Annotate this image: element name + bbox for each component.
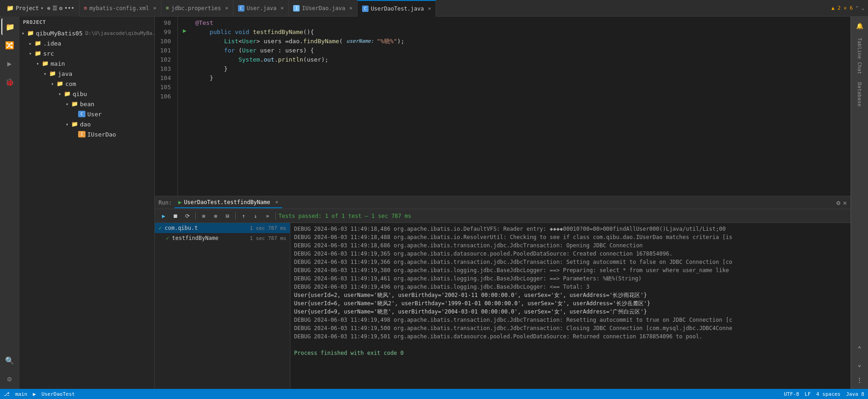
tree-item-src[interactable]: ▾ 📁 src	[19, 48, 154, 58]
tab-userdaotest-java[interactable]: C UserDaoTest.java ✕	[357, 0, 436, 17]
tree-item-dao[interactable]: ▾ 📁 dao	[19, 119, 154, 129]
tab-iuserdao-java[interactable]: I IUserDao.java ✕	[289, 0, 357, 17]
sidebar: Project ▾ 📁 qibuMyBatis05 D:\U\javacode\…	[19, 17, 155, 389]
log-line-8: DEBUG 2024-06-03 11:49:19,496 org.apache…	[294, 283, 847, 291]
close-userdaotest-tab[interactable]: ✕	[428, 6, 431, 11]
code-line-104: }	[192, 74, 851, 83]
tree-item-com[interactable]: ▾ 📁 com	[19, 79, 154, 89]
tree-item-java[interactable]: ▾ 📁 java	[19, 68, 154, 79]
user-java-icon: C	[78, 111, 85, 117]
project-layout[interactable]: ☰	[52, 5, 57, 11]
code-line-105	[192, 83, 851, 92]
run-panel-settings-btn[interactable]: ⚙	[836, 199, 840, 206]
linenum-105: 105	[155, 83, 174, 92]
right-panel-database-label[interactable]: Database	[855, 79, 864, 110]
linenum-101: 101	[155, 46, 174, 55]
activity-settings[interactable]: ⚙	[1, 370, 18, 387]
run-tab-close[interactable]: ✕	[275, 199, 278, 205]
close-jdbc-tab[interactable]: ✕	[225, 5, 228, 11]
gutter-99[interactable]: ▶	[178, 26, 192, 35]
project-settings[interactable]: ⊕	[47, 5, 51, 11]
tree-item-iuserdao[interactable]: ▸ I IUserDao	[19, 129, 154, 139]
gutter-106	[178, 90, 192, 99]
activity-debug[interactable]: 🐞	[1, 74, 18, 90]
run-expand-btn[interactable]: ≡	[199, 211, 209, 221]
root-label: qibuMyBatis05	[36, 30, 83, 37]
code-line-106	[192, 92, 851, 101]
root-arrow: ▾	[19, 31, 27, 36]
tree-item-main[interactable]: ▾ 📁 main	[19, 58, 154, 68]
activity-run[interactable]: ▶	[1, 55, 18, 72]
java-folder-icon: 📁	[49, 70, 56, 77]
activity-search[interactable]: 🔍	[1, 352, 18, 369]
run-console[interactable]: DEBUG 2024-06-03 11:49:18,486 org.apache…	[290, 223, 851, 389]
right-panel-more-btn[interactable]: ⋮	[852, 372, 867, 387]
indent-label[interactable]: 4 spaces	[816, 391, 840, 397]
tab-jdbc-properties[interactable]: ≡ jdbc.properties ✕	[161, 0, 233, 17]
log-line-9: User{userId=2, userName='晓风', userBirthd…	[294, 291, 847, 299]
project-chevron: ▾	[41, 6, 44, 11]
right-panel-notifications[interactable]: 🔔	[852, 18, 867, 33]
tree-item-bean[interactable]: ▾ 📁 bean	[19, 99, 154, 109]
tree-item-qibu[interactable]: ▾ 📁 qibu	[19, 89, 154, 99]
run-rerun-btn[interactable]: ▶	[159, 211, 169, 221]
log-line-2: DEBUG 2024-06-03 11:49:18,488 org.apache…	[294, 233, 847, 241]
tree-item-idea[interactable]: ▸ 📁 .idea	[19, 38, 154, 48]
run-panel-close-btn[interactable]: ✕	[843, 199, 847, 206]
com-arrow: ▾	[49, 81, 56, 86]
run-down-btn[interactable]: ↓	[250, 211, 261, 221]
tree-item-root[interactable]: ▾ 📁 qibuMyBatis05 D:\U\javacode\qibuMyBa…	[19, 28, 154, 38]
linenum-98: 98	[155, 18, 174, 28]
test-check-icon: ✓	[166, 235, 169, 241]
line-endings-label[interactable]: LF	[805, 391, 811, 397]
tree-item-user[interactable]: ▸ C User	[19, 109, 154, 119]
right-panel-expand-btn[interactable]: ⌃	[852, 341, 867, 356]
git-branch-icon: ⎇	[4, 391, 10, 397]
tab-user-java[interactable]: C User.java ✕	[233, 0, 289, 17]
root-path: D:\U\javacode\qibuMyBa...	[85, 30, 154, 36]
run-collapse-btn[interactable]: ≡	[210, 211, 221, 221]
log-line-5: DEBUG 2024-06-03 11:49:19,366 org.apache…	[294, 258, 847, 266]
expand-icon[interactable]: ⌃	[856, 5, 859, 11]
run-test-item[interactable]: ✓ testfindByName 1 sec 787 ms	[155, 233, 290, 243]
close-mybatis-tab[interactable]: ✕	[153, 5, 156, 11]
sidebar-title: Project	[23, 19, 46, 25]
idea-arrow: ▸	[27, 41, 34, 46]
project-gear[interactable]: ⚙	[59, 5, 62, 11]
root-folder-icon: 📁	[27, 29, 34, 37]
code-line-100: List<User> users =dao.findByName( userNa…	[192, 37, 851, 46]
linenum-102: 102	[155, 55, 174, 64]
code-content[interactable]: @Test public void testfindByName(){ List…	[192, 17, 851, 196]
git-branch-label[interactable]: main	[15, 391, 28, 397]
run-content: ✓ com.qibu.t 1 sec 787 ms ✓ testfindByNa…	[155, 223, 851, 389]
linenum-99: 99	[155, 28, 174, 37]
code-editor: 98 99 100 101 102 103 104 105 106 ▶	[155, 17, 851, 196]
activity-project[interactable]: 📁	[1, 18, 18, 35]
run-tab-userdaotest[interactable]: ▶ UserDaoTest.testfindByName ✕	[175, 197, 282, 208]
project-header[interactable]: 📁 Project ▾ ⊕ ☰ ⚙ •••	[2, 0, 79, 17]
close-user-tab[interactable]: ✕	[281, 5, 284, 11]
run-refresh-btn[interactable]: ⟳	[182, 211, 193, 221]
run-up-btn[interactable]: ↑	[238, 211, 249, 221]
close-iuserdao-tab[interactable]: ✕	[349, 5, 352, 11]
gutter-105	[178, 81, 192, 90]
dao-arrow: ▾	[63, 122, 71, 127]
activity-vcs[interactable]: 🔀	[1, 37, 18, 53]
code-line-102: System.out.println(user);	[192, 55, 851, 64]
run-more-btn[interactable]: »	[262, 211, 272, 221]
run-suite-item[interactable]: ✓ com.qibu.t 1 sec 787 ms	[155, 223, 290, 233]
collapse-icon[interactable]: ⌄	[861, 5, 864, 11]
log-line-11: User{userId=9, userName='晓意', userBirthd…	[294, 308, 847, 316]
right-panel-collapse-btn[interactable]: ⌄	[852, 357, 867, 371]
run-status-icon: ▶	[33, 391, 36, 397]
type-list: List	[224, 37, 238, 46]
run-filter-btn[interactable]: ⊟	[222, 211, 233, 221]
run-stop-btn[interactable]: ⏹	[170, 211, 181, 221]
right-panel-tabline-label[interactable]: Tabline Chat	[855, 34, 864, 78]
log-line-16: Process finished with exit code 0	[294, 349, 847, 357]
code-line-98: @Test	[192, 18, 851, 28]
tab-mybatis-config[interactable]: ⊞ mybatis-config.xml ✕	[79, 0, 161, 17]
project-more[interactable]: •••	[64, 5, 74, 11]
warning-count[interactable]: ▲ 2 ✕ 6	[831, 5, 852, 11]
encoding-label[interactable]: UTF-8	[784, 391, 799, 397]
